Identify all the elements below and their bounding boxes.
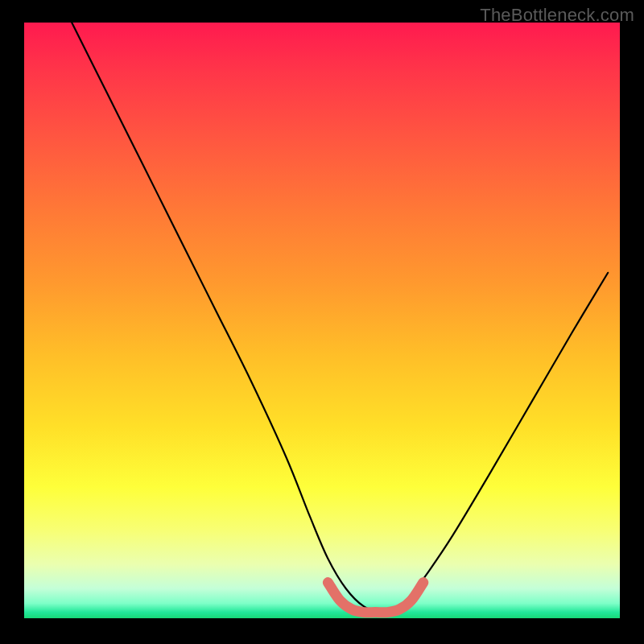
bottleneck-curve-line <box>72 23 608 613</box>
chart-plot-area <box>24 23 620 618</box>
optimal-zone-marker <box>328 583 423 613</box>
chart-svg-overlay <box>24 23 620 618</box>
watermark-text: TheBottleneck.com <box>480 5 634 26</box>
